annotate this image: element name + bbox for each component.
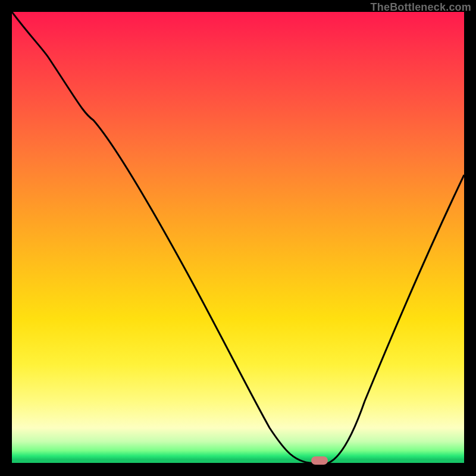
plot-area — [12, 12, 464, 464]
watermark-text: TheBottleneck.com — [371, 1, 471, 14]
optimal-marker — [311, 456, 328, 465]
bottleneck-curve — [12, 12, 464, 464]
chart-frame: TheBottleneck.com — [0, 0, 476, 476]
curve-path — [12, 12, 464, 463]
